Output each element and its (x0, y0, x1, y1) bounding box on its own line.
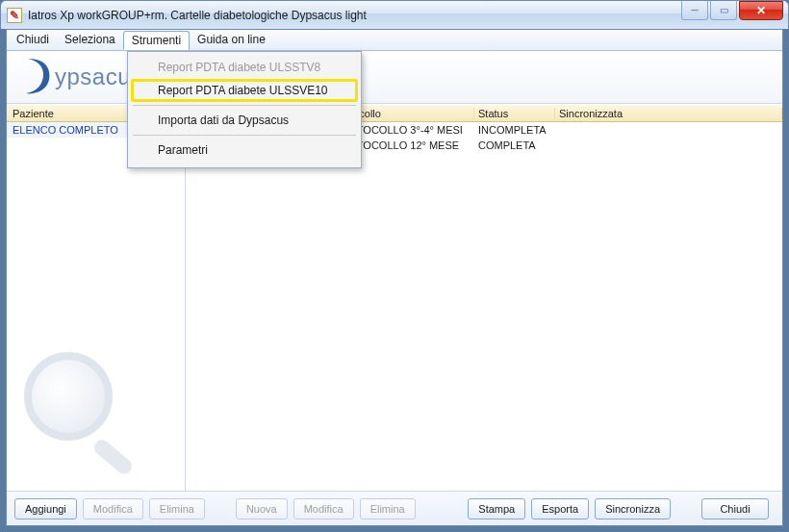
logo: ypsacu (20, 57, 131, 97)
menubar: Chiudi Seleziona Strumenti Guida on line (7, 30, 782, 51)
dd-report-tv8: Report PDTA diabete ULSSTV8 (131, 56, 358, 79)
chiudi-button[interactable]: Chiudi (701, 498, 769, 519)
elimina-button-2: Elimina (360, 498, 416, 519)
strumenti-dropdown: Report PDTA diabete ULSSTV8 Report PDTA … (127, 51, 362, 168)
cell-status: COMPLETA (474, 138, 555, 153)
nuova-button: Nuova (236, 498, 288, 519)
window-title: Iatros Xp workGROUP+rm. Cartelle diabeto… (28, 9, 367, 22)
footer: Aggiungi Modifica Elimina Nuova Modifica… (7, 491, 782, 525)
content: Paziente ELENCO COMPLETO Ti (7, 105, 782, 491)
menu-strumenti[interactable]: Strumenti (123, 31, 190, 50)
col-status[interactable]: Status (474, 108, 555, 119)
window-body: Chiudi Seleziona Strumenti Guida on line… (6, 29, 783, 526)
col-sincronizzata[interactable]: Sincronizzata (555, 108, 782, 119)
close-button[interactable]: ✕ (739, 1, 783, 20)
dd-separator-1 (133, 105, 356, 106)
dd-separator-2 (133, 135, 356, 136)
sincronizza-button[interactable]: Sincronizza (595, 498, 671, 519)
modifica-button-2: Modifica (293, 498, 354, 519)
cell-sync (555, 138, 782, 153)
window-controls: ─ ▭ ✕ (681, 1, 788, 20)
maximize-button[interactable]: ▭ (710, 1, 737, 20)
cell-status: INCOMPLETA (474, 122, 555, 138)
svg-rect-1 (91, 437, 136, 477)
svg-point-0 (28, 356, 109, 437)
esporta-button[interactable]: Esporta (531, 498, 589, 519)
cell-sync (555, 122, 782, 138)
dd-importa[interactable]: Importa dati da Dypsacus (131, 109, 358, 132)
logo-text: ypsacu (55, 63, 131, 90)
logo-icon (20, 57, 55, 97)
left-watermark (7, 138, 185, 491)
menu-seleziona[interactable]: Seleziona (57, 30, 123, 50)
app-icon: ✎ (7, 8, 22, 23)
menu-guida[interactable]: Guida on line (190, 30, 273, 50)
dd-report-ve10[interactable]: Report PDTA diabete ULSSVE10 (131, 79, 358, 102)
minimize-button[interactable]: ─ (681, 1, 708, 20)
aggiungi-button[interactable]: Aggiungi (14, 498, 77, 519)
logo-area: ypsacu (7, 51, 782, 104)
titlebar: ✎ Iatros Xp workGROUP+rm. Cartelle diabe… (0, 0, 789, 29)
stampa-button[interactable]: Stampa (468, 498, 525, 519)
menu-chiudi[interactable]: Chiudi (9, 30, 57, 50)
dd-parametri[interactable]: Parametri (131, 139, 358, 162)
elimina-button-1: Elimina (149, 498, 205, 519)
modifica-button-1: Modifica (83, 498, 143, 519)
magnifier-icon (13, 341, 157, 485)
